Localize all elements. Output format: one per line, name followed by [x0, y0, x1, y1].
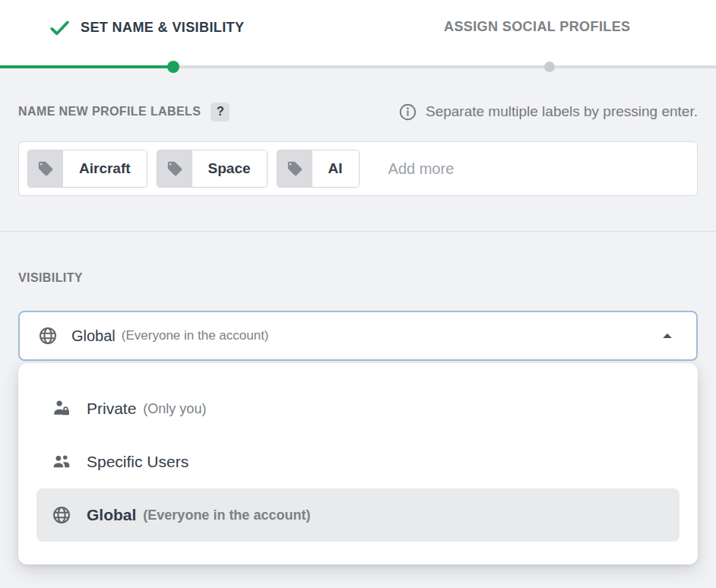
add-more-input[interactable]: [369, 160, 689, 178]
section-divider: [0, 231, 716, 232]
progress-dot-upcoming: [544, 62, 555, 72]
people-icon: [52, 452, 71, 472]
labels-section-title: NAME NEW PROFILE LABELS: [18, 105, 201, 119]
tag-icon: [287, 160, 303, 177]
progress-dot-active: [167, 61, 179, 73]
option-private[interactable]: Private (Only you): [36, 382, 680, 435]
help-button[interactable]: ?: [211, 103, 230, 122]
step-set-name-visibility[interactable]: SET NAME & VISIBILITY: [49, 17, 244, 39]
option-description: (Everyone in the account): [143, 507, 310, 523]
step-label: SET NAME & VISIBILITY: [81, 20, 244, 36]
globe-icon: [52, 505, 71, 525]
option-description: (Only you): [143, 401, 206, 417]
selected-option-name: Global: [71, 327, 116, 345]
info-icon: [398, 103, 417, 122]
tag-label: AI: [312, 150, 359, 187]
stepper-header: SET NAME & VISIBILITY ASSIGN SOCIAL PROF…: [0, 0, 716, 68]
step-label: ASSIGN SOCIAL PROFILES: [444, 19, 631, 34]
option-global[interactable]: Global (Everyone in the account): [36, 488, 680, 542]
step-assign-social-profiles[interactable]: ASSIGN SOCIAL PROFILES: [444, 19, 631, 35]
option-name: Private: [87, 400, 136, 418]
option-name: Global: [87, 506, 136, 524]
progress-fill: [0, 65, 173, 68]
tag-aircraft[interactable]: Aircraft: [27, 150, 147, 188]
label-tags-input[interactable]: Aircraft Space AI: [18, 141, 698, 196]
labels-header-row: NAME NEW PROFILE LABELS ? Separate multi…: [0, 68, 716, 123]
selected-option-description: (Everyone in the account): [122, 328, 269, 343]
tag-space[interactable]: Space: [157, 150, 268, 188]
tag-ai[interactable]: AI: [277, 150, 360, 188]
option-specific-users[interactable]: Specific Users: [36, 435, 680, 488]
person-lock-icon: [52, 399, 71, 419]
tag-icon: [37, 160, 54, 177]
option-name: Specific Users: [87, 453, 189, 471]
labels-hint-text: Separate multiple labels by pressing ent…: [426, 103, 698, 120]
tag-label: Space: [192, 150, 267, 187]
tag-icon: [166, 160, 183, 177]
visibility-select[interactable]: Global (Everyone in the account): [18, 311, 698, 361]
check-icon: [49, 17, 71, 39]
globe-icon: [38, 326, 58, 346]
tag-label: Aircraft: [63, 150, 147, 187]
visibility-section-title: VISIBILITY: [18, 271, 698, 286]
chevron-up-icon: [657, 325, 678, 346]
visibility-dropdown-menu: Private (Only you) Specific Users Global…: [18, 363, 698, 564]
